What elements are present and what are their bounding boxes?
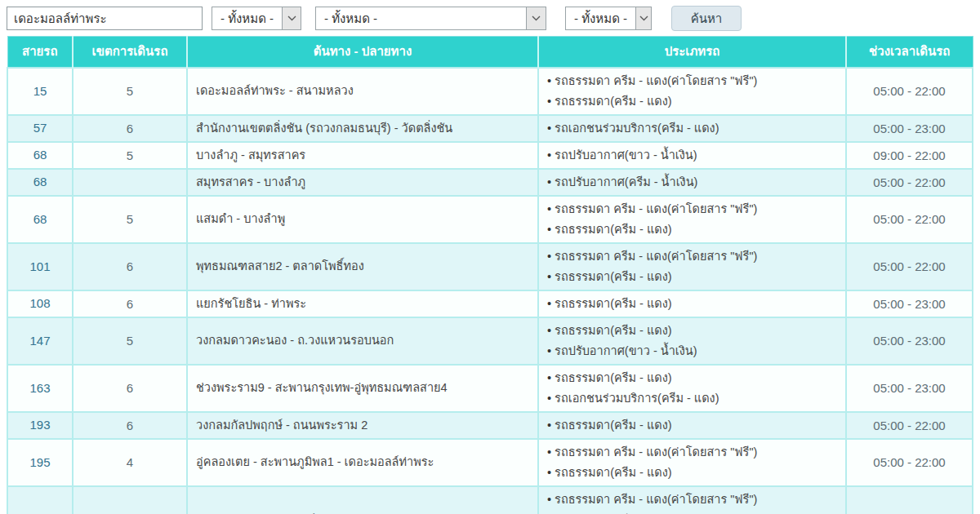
hours-cell: 05:00 - 22:00 [846,196,973,243]
route-link[interactable]: 193 [29,418,50,432]
route-cell: 108 [7,290,73,317]
origin-destination-cell: อู่คลองเตย - เดอะมอลล์ท่าพระ [187,486,538,514]
header-origin-destination: ต้นทาง - ปลายทาง [187,37,538,68]
bus-type-item: รถเอกชนร่วมบริการ(ครีม - แดง) [547,118,837,139]
route-link[interactable]: 15 [33,84,47,98]
table-row: 685แสมดำ - บางลำพูรถธรรมดา ครีม - แดง(ค่… [7,196,973,243]
route-cell: 163 [7,365,73,412]
route-cell: 68 [7,142,73,169]
route-link[interactable]: 68 [33,148,47,162]
bus-type-item: รถปรับอากาศ(ครีม - น้ำเงิน) [547,172,837,193]
bus-type-dropdown-value: - ทั้งหมด - [566,7,635,29]
bus-types-cell: รถธรรมดา ครีม - แดง(ค่าโดยสาร "ฟรี")รถธร… [538,196,846,243]
district-cell: 4 [73,439,187,486]
table-row: 1475วงกลมดาวคะนอง - ถ.วงแหวนรอบนอกรถธรรม… [7,317,973,365]
bus-type-item: รถธรรมดา ครีม - แดง(ค่าโดยสาร "ฟรี") [547,442,837,463]
bus-type-item: รถปรับอากาศ(ขาว - น้ำเงิน) [547,145,837,166]
hours-cell: 05:00 - 22:00 [846,243,973,290]
search-button[interactable]: ค้นหา [671,6,742,31]
table-row: 1936วงกลมกัลปพฤกษ์ - ถนนพระราม 2รถธรรมดา… [7,412,973,439]
hours-cell: 05:00 - 22:00 [846,439,973,486]
table-row: 685บางลำภู - สมุทรสาครรถปรับอากาศ(ขาว - … [7,142,973,169]
hours-cell: 05:00 - 22:00 [846,169,973,196]
hours-cell: 05:00 - 23:00 [846,290,973,317]
bus-type-item: รถธรรมดา ครีม - แดง(ค่าโดยสาร "ฟรี") [547,199,837,219]
search-bar: - ทั้งหมด - - ทั้งหมด - - ทั้งหมด - ค้นห… [0,0,980,36]
route-cell: 101 [7,243,73,290]
bus-type-item: รถธรรมดา(ครีม - แดง) [547,219,837,240]
hours-cell: 05:00 - 22:00 [846,68,973,115]
route-dropdown-value: - ทั้งหมด - [316,7,526,29]
origin-destination-cell: อู่คลองเตย - สะพานภูมิพล1 - เดอะมอลล์ท่า… [187,439,538,486]
table-header: สายรถ เขตการเดินรถ ต้นทาง - ปลายทาง ประเ… [7,37,973,68]
route-link[interactable]: 101 [29,259,50,273]
origin-destination-cell: สมุทรสาคร - บางลำภู [187,169,538,196]
table-row: 1086แยกรัชโยธิน - ท่าพระรถธรรมดา(ครีม - … [7,290,973,317]
table-row: 1954อู่คลองเตย - สะพานภูมิพล1 - เดอะมอลล… [7,439,973,486]
hours-cell: 09:00 - 22:00 [846,142,973,169]
route-link[interactable]: 195 [29,455,50,469]
routes-table: สายรถ เขตการเดินรถ ต้นทาง - ปลายทาง ประเ… [7,36,973,514]
bus-type-item: รถธรรมดา(ครีม - แดง) [547,463,837,483]
hours-cell: 05:00 - 23:00 [846,317,973,365]
bus-types-cell: รถธรรมดา ครีม - แดง(ค่าโดยสาร "ฟรี")รถธร… [538,68,846,115]
bus-types-cell: รถธรรมดา(ครีม - แดง)รถปรับอากาศ(ขาว - น้… [538,317,846,365]
bus-type-item: รถธรรมดา(ครีม - แดง) [547,91,837,112]
bus-types-cell: รถเอกชนร่วมบริการ(ครีม - แดง) [538,115,846,142]
hours-cell: 05:00 - 22:00 [846,412,973,439]
bus-types-cell: รถปรับอากาศ(ครีม - น้ำเงิน) [538,169,846,196]
chevron-down-icon [635,7,651,29]
route-cell: 147 [7,317,73,365]
keyword-input[interactable] [7,7,203,30]
route-link[interactable]: 147 [29,334,50,348]
route-cell: 193 [7,412,73,439]
district-cell: 5 [73,196,187,243]
bus-type-item: รถธรรมดา(ครีม - แดง) [547,415,837,436]
bus-type-item: รถธรรมดา(ครีม - แดง) [547,267,837,287]
chevron-down-icon [526,7,546,29]
bus-type-item: รถธรรมดา(ครีม - แดง) [547,294,837,314]
route-link[interactable]: 68 [33,212,47,226]
hours-cell: 05:00 - 22:00 [846,486,973,514]
bus-types-cell: รถปรับอากาศ(ขาว - น้ำเงิน) [538,142,846,169]
origin-destination-cell: สำนักงานเขตตลิ่งชัน (รถวงกลมธนบุรี) - วั… [187,115,538,142]
bus-type-dropdown[interactable]: - ทั้งหมด - [565,7,652,30]
hours-cell: 05:00 - 23:00 [846,365,973,412]
bus-types-cell: รถธรรมดา ครีม - แดง(ค่าโดยสาร "ฟรี")รถธร… [538,486,846,514]
district-cell: 6 [73,243,187,290]
hours-cell: 05:00 - 23:00 [846,115,973,142]
table-row: 155เดอะมอลล์ท่าพระ - สนามหลวงรถธรรมดา คร… [7,68,973,115]
district-cell: 4 [73,486,187,514]
route-link[interactable]: 57 [33,121,47,135]
route-cell: 68 [7,169,73,196]
header-route: สายรถ [7,37,73,68]
bus-types-cell: รถธรรมดา ครีม - แดง(ค่าโดยสาร "ฟรี")รถธร… [538,243,846,290]
route-link[interactable]: 108 [29,296,50,310]
table-row: 68สมุทรสาคร - บางลำภูรถปรับอากาศ(ครีม - … [7,169,973,196]
origin-destination-cell: ช่วงพระราม9 - สะพานกรุงเทพ-อู่พุทธมณฑลสา… [187,365,538,412]
route-link[interactable]: 68 [33,175,47,188]
table-row: 1636ช่วงพระราม9 - สะพานกรุงเทพ-อู่พุทธมณ… [7,365,973,412]
bus-type-item: รถปรับอากาศ(ขาว - น้ำเงิน) [547,341,837,361]
route-cell: 15 [7,68,73,115]
bus-type-item: รถธรรมดา ครีม - แดง(ค่าโดยสาร "ฟรี") [547,246,837,267]
header-bus-type: ประเภทรถ [538,37,846,68]
district-cell: 6 [73,412,187,439]
bus-type-item: รถธรรมดา ครีม - แดง(ค่าโดยสาร "ฟรี") [547,490,837,510]
district-dropdown[interactable]: - ทั้งหมด - [212,7,301,30]
bus-types-cell: รถธรรมดา(ครีม - แดง)รถเอกชนร่วมบริการ(คร… [538,365,846,412]
origin-destination-cell: วงกลมกัลปพฤกษ์ - ถนนพระราม 2 [187,412,538,439]
route-dropdown[interactable]: - ทั้งหมด - [315,7,546,30]
district-cell: 5 [73,142,187,169]
origin-destination-cell: บางลำภู - สมุทรสาคร [187,142,538,169]
bus-type-item: รถธรรมดา(ครีม - แดง) [547,510,837,514]
table-row: 2054อู่คลองเตย - เดอะมอลล์ท่าพระรถธรรมดา… [7,486,973,514]
district-cell: 6 [73,115,187,142]
bus-type-item: รถธรรมดา(ครีม - แดง) [547,368,837,388]
header-hours: ช่วงเวลาเดินรถ [846,37,973,68]
route-cell: 57 [7,115,73,142]
district-cell: 5 [73,317,187,365]
bus-types-cell: รถธรรมดา(ครีม - แดง) [538,290,846,317]
route-link[interactable]: 163 [29,381,50,395]
bus-type-item: รถธรรมดา ครีม - แดง(ค่าโดยสาร "ฟรี") [547,71,837,91]
